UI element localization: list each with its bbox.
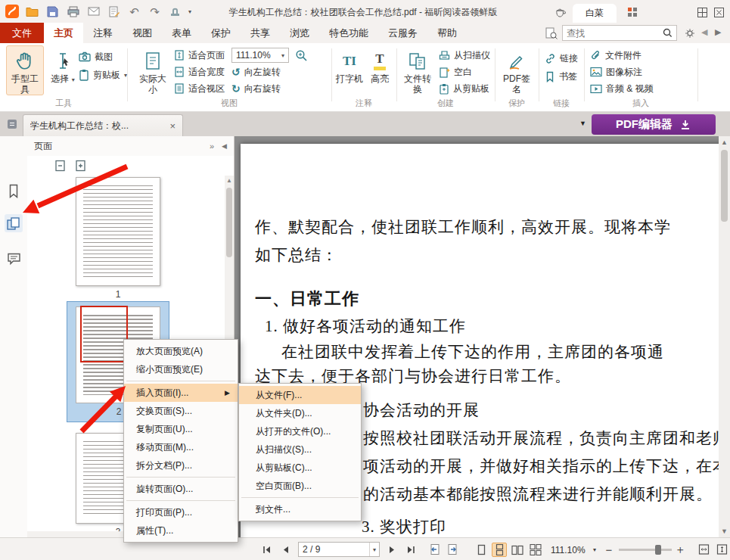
last-page-button[interactable] [404,543,418,556]
comments-panel-button[interactable] [5,250,23,268]
previous-page-button[interactable] [278,543,292,556]
redo-icon[interactable]: ↷ [148,5,162,19]
theme-icon[interactable] [554,6,567,18]
scroll-up-icon[interactable]: ▲ [225,178,234,184]
file-attachment-button[interactable]: 文件附件 [590,48,641,63]
submenu-item-from-clipboard[interactable]: 从剪贴板(C)... [239,459,361,477]
zoom-slider-track[interactable] [619,549,672,551]
first-page-button[interactable] [260,543,274,556]
page-number-input[interactable] [299,544,359,555]
pdf-editor-button[interactable]: PDF编辑器 [592,114,716,135]
menu-item-print-pages[interactable]: 打印页面(P)... [124,503,238,521]
submenu-item-from-open-file[interactable]: 从打开的文件(O)... [239,422,361,440]
menu-item-rotate-pages[interactable]: 旋转页面(O)... [124,480,238,498]
bookmarks-panel-button[interactable] [5,182,23,200]
expand-panel-icon[interactable]: » [210,142,214,151]
single-page-view-button[interactable] [474,543,489,557]
zoom-in-icon[interactable] [295,49,308,62]
layout-grid-icon[interactable] [696,6,708,18]
highlight-button[interactable]: T 高亮 [366,45,393,85]
file-menu-button[interactable]: 文件 [0,23,44,43]
menu-item-insert-pages[interactable]: 插入页面(I)... ▶ [124,384,238,402]
previous-view-button[interactable] [427,543,442,556]
menu-item-properties[interactable]: 属性(T)... [124,521,238,540]
email-icon[interactable] [86,5,101,19]
fit-page-status-button[interactable] [714,543,729,556]
tab-share[interactable]: 共享 [241,23,280,43]
submenu-item-from-file[interactable]: 从文件(F)... [239,386,361,404]
page-number-combo[interactable]: ▾ [298,542,380,557]
from-clipboard-button[interactable]: 从剪贴板 [439,81,489,96]
from-scanner-button[interactable]: 从扫描仪 [439,48,490,63]
session-icon[interactable] [6,118,18,130]
open-file-icon[interactable] [25,5,39,19]
document-tab[interactable]: 学生机构工作总结：校... × [23,114,183,136]
close-window-icon[interactable] [713,6,725,18]
image-annotation-button[interactable]: 图像标注 [590,64,642,79]
convert-button[interactable]: 文件转换 [399,45,436,95]
tab-protect[interactable]: 保护 [201,23,241,43]
typewriter-button[interactable]: TI 打字机 [334,45,365,85]
continuous-view-button[interactable] [492,543,507,557]
actual-size-button[interactable]: 实际大小 [135,45,171,95]
rotate-right-button[interactable]: ↻ 向右旋转 [231,81,281,96]
collapse-panel-icon[interactable]: ◀ [222,142,227,150]
rotate-left-button[interactable]: ↺ 向左旋转 [231,64,281,79]
find-previous-icon[interactable]: ◀ [701,28,707,36]
fit-width-button[interactable]: 适合宽度 [174,64,225,79]
reduce-thumbnail-icon[interactable] [54,160,66,172]
zoom-combo[interactable]: 111.10%▾ [231,48,289,63]
menu-item-copy-pages[interactable]: 复制页面(U)... [124,420,238,438]
print-icon[interactable] [66,5,80,19]
search-options-gear-icon[interactable] [685,28,695,39]
clipboard-button[interactable]: 剪贴板▾ [79,67,127,82]
link-button[interactable]: 链接 [545,51,578,66]
tab-features[interactable]: 特色功能 [319,23,378,43]
scroll-up-icon[interactable]: ▲ [719,138,730,146]
menu-item-zoom-in-preview[interactable]: 放大页面预览(A) [124,342,238,360]
facing-view-button[interactable] [510,543,525,557]
menu-item-move-pages[interactable]: 移动页面(M)... [124,438,238,456]
scroll-down-icon[interactable]: ▼ [719,527,730,535]
save-icon[interactable] [45,5,60,19]
scrollbar-thumb[interactable] [721,150,728,222]
zoom-slider-thumb[interactable] [655,545,661,555]
enlarge-thumbnail-icon[interactable] [75,160,86,172]
menu-item-split-document[interactable]: 拆分文档(P)... [124,456,238,474]
continuous-facing-view-button[interactable] [528,543,543,557]
next-view-button[interactable] [445,543,460,556]
tab-view[interactable]: 视图 [123,23,162,43]
tab-help[interactable]: 帮助 [427,23,467,43]
zoom-level-text[interactable]: 111.10% [551,545,586,555]
edit-document-icon[interactable] [107,5,121,19]
menu-item-swap-pages[interactable]: 交换页面(S)... [124,402,238,420]
select-tool-button[interactable]: 选择 ▾ [47,45,79,86]
pdf-sign-button[interactable]: PDF签名 [499,45,534,95]
search-icon[interactable] [663,28,673,38]
next-page-button[interactable] [386,543,399,556]
zoom-in-button[interactable]: ＋ [675,543,685,556]
tab-form[interactable]: 表单 [162,23,201,43]
bookmark-button[interactable]: 书签 [545,69,577,84]
submenu-item-blank-page[interactable]: 空白页面(B)... [239,477,361,495]
tab-cloud[interactable]: 云服务 [378,23,427,43]
tab-close-icon[interactable]: × [169,120,176,132]
session-tab[interactable]: 白菜 [573,4,617,23]
find-next-icon[interactable]: ▶ [715,28,721,36]
zoom-dropdown-caret-icon[interactable]: ▾ [593,543,596,556]
submenu-item-from-scanner[interactable]: 从扫描仪(S)... [239,440,361,459]
search-input[interactable] [567,28,660,39]
tab-browse[interactable]: 浏览 [280,23,319,43]
fit-page-button[interactable]: 适合页面 [174,48,225,63]
menu-item-zoom-out-preview[interactable]: 缩小页面预览(E) [124,360,238,378]
fit-width-status-button[interactable] [696,543,711,556]
page-dropdown-caret-icon[interactable]: ▾ [369,543,379,556]
fit-visible-button[interactable]: 适合视区 [174,81,225,96]
undo-icon[interactable]: ↶ [127,5,141,19]
audio-video-button[interactable]: 音频 & 视频 [590,81,654,96]
tab-list-dropdown-icon[interactable]: ▼ [579,120,586,127]
submenu-item-from-folder[interactable]: 从文件夹(D)... [239,404,361,422]
tab-comment[interactable]: 注释 [83,23,123,43]
apps-grid-icon[interactable] [626,6,638,18]
search-document-icon[interactable] [545,27,558,39]
